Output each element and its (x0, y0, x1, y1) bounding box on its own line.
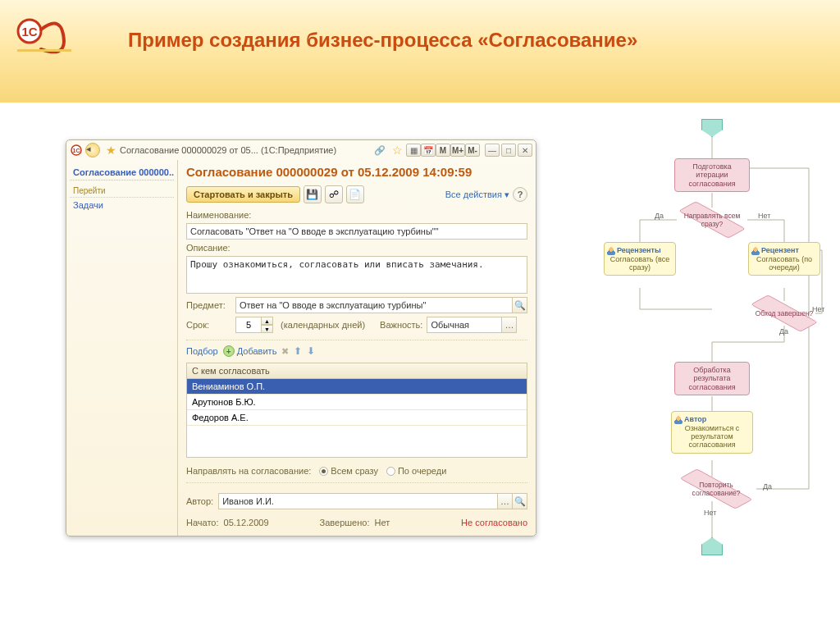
user-icon (607, 247, 615, 255)
app-icon: 1С (70, 144, 83, 157)
started-value: 05.12.2009 (224, 518, 269, 527)
radio-icon (386, 467, 395, 476)
sidebar-section: Перейти (70, 184, 174, 198)
all-actions-link[interactable]: Все действия ▾ (445, 189, 509, 200)
move-down-icon[interactable]: ⬇ (307, 345, 315, 357)
spin-up[interactable]: ▲ (262, 317, 273, 325)
term-spinner[interactable]: ▲▼ (235, 317, 276, 333)
sidebar-title: Согласование 000000... (70, 165, 174, 180)
calc-icon[interactable]: ▦ (406, 144, 421, 157)
author-lookup-button[interactable]: 🔍 (512, 494, 527, 509)
approvers-table: С кем согласовать Вениаминов О.П. Арутюн… (186, 363, 527, 458)
delete-icon[interactable]: ✖ (281, 346, 289, 357)
nav-back-button[interactable]: ◂ (85, 143, 100, 158)
table-row[interactable]: Арутюнов Б.Ю. (187, 395, 527, 410)
memory-m-button[interactable]: M (436, 144, 450, 157)
svg-text:1С: 1С (73, 148, 80, 153)
route-decision: Направлять всем сразу? (677, 208, 747, 232)
send-mode-label: Направлять на согласование: (186, 466, 311, 476)
author-select-button[interactable]: … (497, 494, 512, 509)
window-title: Согласование 000000029 от 05... (1С:Пред… (120, 145, 373, 155)
slide-title: Пример создания бизнес-процесса «Согласо… (128, 28, 637, 52)
table-row[interactable]: Вениаминов О.П. (187, 379, 527, 395)
priority-select-button[interactable]: … (501, 317, 516, 332)
app-window: 1С ◂ ★ Согласование 000000029 от 05... (… (66, 139, 536, 536)
close-button[interactable]: ✕ (518, 144, 532, 157)
spin-down[interactable]: ▼ (262, 325, 273, 333)
add-button[interactable]: + Добавить (223, 345, 277, 357)
flowchart-icon[interactable]: ☍ (325, 185, 343, 203)
save-icon[interactable]: 💾 (304, 185, 322, 203)
radio-icon (319, 467, 328, 476)
radio-in-turn[interactable]: По очереди (386, 466, 446, 476)
svg-rect-2 (17, 49, 71, 52)
user-icon (674, 416, 682, 424)
export-icon[interactable]: 📄 (346, 185, 364, 203)
maximize-button[interactable]: □ (501, 144, 516, 157)
priority-label: Важность: (380, 320, 422, 330)
memory-mminus-button[interactable]: M- (465, 144, 480, 157)
process-result-node: Обработка результата согласования (674, 362, 750, 395)
form-title: Согласование 000000029 от 05.12.2009 14:… (186, 165, 527, 179)
author-input[interactable] (218, 493, 527, 509)
desc-label: Описание: (186, 243, 527, 253)
approvers-header: С кем согласовать (187, 363, 527, 379)
logo-1c: 1С (15, 16, 79, 64)
radio-all-at-once[interactable]: Всем сразу (319, 466, 378, 476)
reviewers-all-node: Рецензенты Согласовать (все сразу) (604, 242, 676, 276)
titlebar: 1С ◂ ★ Согласование 000000029 от 05... (… (66, 140, 536, 160)
subject-lookup-button[interactable]: 🔍 (512, 298, 527, 313)
link-icon[interactable]: 🔗 (373, 144, 386, 157)
favorite2-icon[interactable]: ☆ (392, 144, 403, 157)
user-icon (751, 247, 760, 255)
form-main: Согласование 000000029 от 05.12.2009 14:… (178, 160, 536, 536)
calendar-icon[interactable]: 📅 (421, 144, 436, 157)
name-input[interactable] (186, 223, 527, 240)
minimize-button[interactable]: — (485, 144, 500, 157)
sidebar: Согласование 000000... Перейти Задачи (66, 160, 178, 536)
term-value[interactable] (235, 317, 262, 333)
sidebar-item-tasks[interactable]: Задачи (70, 198, 174, 212)
repeat-decision: Повторить согласование? (677, 477, 756, 501)
process-diagram: Подготовка итерации согласования Направл… (599, 119, 825, 578)
move-up-icon[interactable]: ⬆ (294, 345, 302, 357)
prep-node: Подготовка итерации согласования (674, 158, 750, 192)
table-row[interactable]: Федоров А.Е. (187, 410, 527, 426)
name-label: Наименование: (186, 210, 527, 220)
help-button[interactable]: ? (513, 187, 527, 202)
finished-value: Нет (375, 518, 390, 527)
subject-label: Предмет: (186, 300, 231, 310)
started-label: Начато: (186, 518, 219, 527)
memory-mplus-button[interactable]: M+ (450, 144, 465, 157)
svg-text:1С: 1С (21, 25, 37, 39)
favorite-icon[interactable]: ★ (106, 144, 116, 157)
reviewer-turn-node: Рецензент Согласовать (по очереди) (748, 242, 820, 276)
finished-label: Завершено: (320, 518, 370, 527)
cycle-decision: Обход завершен? (749, 301, 819, 326)
term-suffix: (календарных дней) (281, 320, 365, 330)
author-review-node: Автор Ознакомиться с результатом согласо… (671, 411, 753, 454)
plus-icon: + (223, 345, 235, 357)
desc-textarea[interactable]: Прошу ознакомиться, согласовать или впис… (186, 256, 527, 294)
subject-input[interactable] (235, 297, 527, 313)
start-and-close-button[interactable]: Стартовать и закрыть (186, 186, 300, 203)
pick-link[interactable]: Подбор (186, 346, 218, 356)
term-label: Срок: (186, 320, 231, 330)
status-text: Не согласовано (461, 518, 527, 527)
author-label: Автор: (186, 496, 213, 506)
